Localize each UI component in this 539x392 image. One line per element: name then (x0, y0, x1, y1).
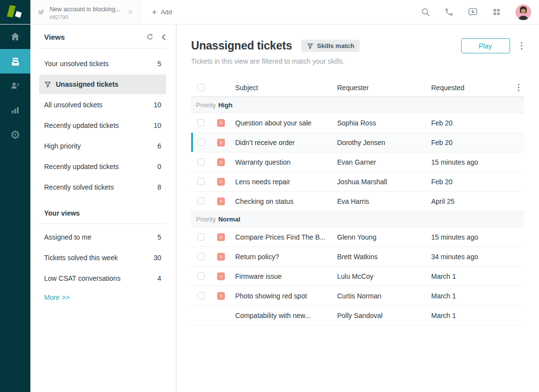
view-item-recently-solved[interactable]: Recently solved tickets 8 (39, 177, 166, 197)
row-checkbox[interactable] (197, 158, 205, 166)
nav-reporting-icon[interactable] (0, 98, 30, 122)
ticket-requested: March 1 (431, 292, 510, 300)
row-checkbox[interactable] (197, 253, 205, 260)
tab-title: New account is blocking... (49, 6, 121, 13)
ticket-row[interactable]: o Question about your sale Sophia Ross F… (191, 113, 524, 133)
ticket-requester: Curtis Norman (337, 292, 431, 300)
group-header-priority-high: Priority High (191, 97, 524, 113)
status-badge-open: o (217, 197, 225, 205)
ticket-requester: Lulu McCoy (337, 272, 431, 280)
row-checkbox[interactable] (197, 233, 205, 241)
shared-views-list: Your unsolved tickets 5 Unassigned ticke… (39, 53, 166, 197)
ticket-requester: Glenn Young (337, 233, 431, 241)
ticket-requested: Feb 20 (431, 119, 510, 127)
ticket-requester: Polly Sandoval (337, 312, 431, 319)
nav-settings-icon[interactable]: ⚙ (0, 122, 30, 147)
status-badge-open: o (217, 292, 225, 300)
row-checkbox[interactable] (197, 292, 205, 299)
collapse-panel-icon[interactable] (161, 34, 166, 41)
your-views-heading: Your views (39, 209, 166, 217)
view-item-low-csat[interactable]: Low CSAT conversations 4 (39, 268, 166, 289)
ticket-row-no-controls[interactable]: Compatability with new... Polly Sandoval… (191, 306, 524, 325)
topbar-actions (421, 0, 539, 24)
divider (39, 48, 166, 49)
view-item-your-unsolved[interactable]: Your unsolved tickets 5 (39, 53, 166, 74)
ticket-requested: March 1 (431, 272, 510, 280)
row-checkbox[interactable] (197, 119, 205, 126)
ticket-subject: Firmware issue (235, 272, 337, 280)
view-item-unassigned-selected[interactable]: Unassigned tickets (39, 74, 166, 94)
page-title: Unassigned tickets (191, 39, 292, 52)
user-avatar[interactable] (515, 4, 531, 20)
view-item-all-unsolved[interactable]: All unsolved tickets 10 (39, 95, 166, 115)
ticket-subject: Compare Prices Find The B... (235, 233, 337, 241)
filter-funnel-icon (307, 43, 314, 49)
more-views-link[interactable]: More >> (44, 294, 70, 301)
add-label: Add (161, 8, 172, 16)
status-badge-open: o (217, 253, 225, 261)
view-item-high-priority[interactable]: High priority 6 (39, 136, 166, 156)
row-checkbox[interactable] (197, 272, 205, 280)
views-panel-title: Views (44, 33, 65, 41)
status-badge-open: o (217, 158, 225, 166)
table-options-kebab-icon[interactable] (516, 82, 522, 94)
phone-icon[interactable] (444, 7, 454, 17)
search-icon[interactable] (421, 7, 430, 17)
ticket-row[interactable]: o Photo showing red spot Curtis Norman M… (191, 286, 524, 306)
view-item-recently-updated[interactable]: Recently updated tickets 10 (39, 115, 166, 136)
ticket-row[interactable]: o Return policy? Brett Watkins 34 minute… (191, 247, 524, 267)
group-header-priority-normal: Priority Normal (191, 211, 524, 227)
ticket-row[interactable]: o Lens needs repair Joshua Marshall Feb … (191, 172, 524, 192)
nav-views-icon[interactable] (0, 49, 30, 74)
refresh-views-icon[interactable] (146, 33, 154, 41)
ticket-requested: March 1 (431, 312, 510, 319)
ticket-table: Subject Requester Requested Priority Hig… (191, 78, 524, 325)
ticket-subject: Checking on status (235, 197, 337, 205)
ticket-subject: Lens needs repair (235, 178, 337, 186)
ticket-row-current[interactable]: o Didn’t receive order Dorothy Jensen Fe… (191, 133, 524, 152)
ticket-requester: Joshua Marshall (337, 178, 431, 186)
ticket-requested: 34 minutes ago (431, 253, 510, 261)
view-item-tickets-solved-week[interactable]: Tickets solved this week 30 (39, 247, 166, 268)
zendesk-logo[interactable] (0, 0, 30, 24)
ticket-row[interactable]: o Compare Prices Find The B... Glenn You… (191, 227, 524, 247)
status-badge-open: o (217, 119, 225, 127)
logo-white-shape (15, 11, 22, 18)
view-item-recently-updated-2[interactable]: Recently updated tickets 0 (39, 156, 166, 177)
ticket-requested: April 25 (431, 197, 510, 205)
ticket-tab[interactable]: New account is blocking... #82790 × (30, 0, 140, 24)
column-header-requester[interactable]: Requester (337, 84, 431, 92)
status-badge-open: o (217, 272, 225, 280)
your-views-list: Assigned to me 5 Tickets solved this wee… (39, 227, 166, 289)
apps-grid-icon[interactable] (492, 7, 501, 17)
ticket-row[interactable]: o Firmware issue Lulu McCoy March 1 (191, 267, 524, 286)
status-badge-open: o (217, 233, 225, 241)
ticket-subject: Question about your sale (235, 119, 337, 127)
divider (39, 223, 166, 224)
nav-customers-icon[interactable] (0, 74, 30, 98)
column-header-subject[interactable]: Subject (235, 84, 337, 92)
main-content: Unassigned tickets Skills match Play Tic… (176, 24, 539, 392)
row-checkbox[interactable] (197, 139, 205, 146)
row-checkbox[interactable] (197, 178, 205, 185)
add-tab-button[interactable]: + Add (140, 0, 184, 24)
view-options-kebab-icon[interactable] (519, 40, 525, 52)
column-header-requested[interactable]: Requested (431, 84, 510, 92)
chat-icon[interactable] (468, 7, 478, 17)
close-tab-icon[interactable]: × (126, 7, 135, 17)
row-checkbox[interactable] (197, 197, 205, 205)
ticket-row[interactable]: o Checking on status Eva Harris April 25 (191, 192, 524, 211)
ticket-row[interactable]: o Warranty question Evan Garner 15 minut… (191, 152, 524, 172)
select-all-checkbox[interactable] (197, 84, 205, 91)
ticket-requested: 15 minutes ago (431, 233, 510, 241)
view-item-assigned-to-me[interactable]: Assigned to me 5 (39, 227, 166, 247)
tab-ticket-id: #82790 (49, 14, 126, 20)
left-nav-rail: ⚙ (0, 24, 30, 392)
top-bar: New account is blocking... #82790 × + Ad… (0, 0, 539, 24)
skills-match-badge[interactable]: Skills match (301, 40, 360, 52)
nav-home-icon[interactable] (0, 24, 30, 49)
status-badge-open: o (217, 178, 225, 186)
ticket-requested: 15 minutes ago (431, 158, 510, 166)
ticket-requester: Evan Garner (337, 158, 431, 166)
play-button[interactable]: Play (461, 38, 510, 53)
